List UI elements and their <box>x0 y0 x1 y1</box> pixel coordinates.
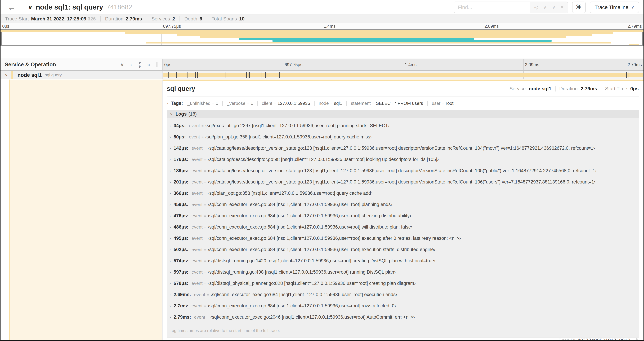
log-entry[interactable]: ›2.69ms:event=‹sql/conn_executor_exec.go… <box>167 292 639 297</box>
locate-icon[interactable]: ◎ <box>534 5 538 10</box>
logs-header[interactable]: ∨ Logs (18) <box>167 110 639 118</box>
equals-icon: = <box>204 281 206 286</box>
log-field-value: ‹sql/distsql_running.go:498 [nsql1,clien… <box>208 270 396 274</box>
trace-stat-suffix: .326 <box>86 16 96 22</box>
equals-icon: = <box>372 102 374 106</box>
log-entry[interactable]: ›366μs:event=‹sql/plan_opt.go:358 [nsql1… <box>167 191 639 196</box>
log-entry[interactable]: ›486μs:event=‹sql/conn_executor_exec.go:… <box>167 225 639 230</box>
app-header: ← ∨ node sql1: sql query 7418682 ◎ ∧ ∨ ×… <box>0 0 644 15</box>
log-timestamp: 189μs: <box>174 168 188 173</box>
collapse-one-icon[interactable]: ∨ <box>120 62 124 67</box>
tags-accordion[interactable]: › Tags: _unfinished=1_verbose=1client=12… <box>167 101 639 106</box>
minimap-right-handle[interactable] <box>642 30 644 45</box>
log-entry[interactable]: ›34μs:event=‹sql/exec_util.go:2297 [nsql… <box>167 123 639 128</box>
tag-value: 127.0.0.1:59936 <box>278 101 310 106</box>
timeline-tick-label: 697.75μs <box>161 24 181 29</box>
collapse-all-icon[interactable]: ∨∨ <box>138 61 141 69</box>
log-entry[interactable]: ›80μs:event=‹sql/plan_opt.go:358 [nsql1,… <box>167 135 639 140</box>
find-input[interactable] <box>454 2 530 13</box>
log-timestamp: 597μs: <box>174 270 188 274</box>
minimap-span <box>146 42 611 44</box>
equals-icon: = <box>212 102 214 106</box>
log-entry[interactable]: ›176μs:event=‹sql/catalog/descs/descript… <box>167 157 639 162</box>
timeline-tick-label: 0μs <box>0 24 9 29</box>
log-entry[interactable]: ›476μs:event=‹sql/conn_executor_exec.go:… <box>167 213 639 218</box>
log-marker <box>266 72 266 78</box>
tag-value: 1 <box>216 101 218 106</box>
trace-stat-label: Trace Start <box>5 16 29 22</box>
log-entry[interactable]: ›201μs:event=‹sql/catalog/lease/descript… <box>167 180 639 185</box>
log-timestamp: 502μs: <box>174 247 188 252</box>
log-entry[interactable]: ›459μs:event=‹sql/conn_executor_exec.go:… <box>167 202 639 207</box>
expand-all-icon[interactable]: » <box>147 62 150 67</box>
log-field-key: event <box>192 202 202 207</box>
log-marker <box>195 72 196 78</box>
column-resize-handle[interactable] <box>156 62 158 67</box>
equals-icon: = <box>204 180 206 185</box>
equals-icon: = <box>207 292 209 297</box>
log-entry[interactable]: ›2.79ms:event=‹sql/conn_executor_exec.go… <box>167 315 639 320</box>
divider <box>100 16 100 22</box>
view-selector-button[interactable]: Trace Timeline ∨ <box>590 2 639 13</box>
span-id-value: 4877749850101760812 <box>578 337 630 341</box>
span-duration-bar[interactable] <box>164 73 643 77</box>
timeline-tick-label: 2.09ms <box>523 62 539 67</box>
tag: statement=SELECT * FROM users <box>351 101 423 106</box>
prev-match-icon[interactable]: ∧ <box>544 5 547 10</box>
log-marker <box>193 72 193 78</box>
log-field-value: ‹sql/catalog/descs/descriptor.go:98 [nsq… <box>208 157 439 162</box>
log-entry[interactable]: ›189μs:event=‹sql/catalog/lease/descript… <box>167 168 639 173</box>
log-timestamp: 142μs: <box>174 146 188 151</box>
trace-stat: Total Spans10 <box>212 16 244 22</box>
trace-stat-value: 6 <box>200 16 202 22</box>
log-field-key: event <box>192 303 202 308</box>
log-field-key: event <box>192 281 202 286</box>
keyboard-shortcuts-button[interactable]: ⌘ <box>572 2 586 13</box>
span-row: ∨ node sql1 sql query <box>0 71 644 79</box>
span-timeline-cell[interactable] <box>162 71 644 79</box>
log-field-key: event <box>192 180 202 184</box>
log-entry[interactable]: ›597μs:event=‹sql/distsql_running.go:498… <box>167 270 639 275</box>
clear-find-icon[interactable]: × <box>561 5 564 10</box>
link-icon[interactable] <box>634 338 639 341</box>
trace-stat-label: Total Spans <box>212 16 237 22</box>
trace-stat-value: 10 <box>239 16 244 22</box>
equals-icon: = <box>204 225 206 230</box>
collapse-trace-icon[interactable]: ∨ <box>28 4 33 11</box>
log-entry[interactable]: ›142μs:event=‹sql/catalog/lease/descript… <box>167 146 639 151</box>
trace-stat: Depth6 <box>184 16 202 22</box>
log-entry[interactable]: ›2.7ms:event=‹sql/conn_executor_exec.go:… <box>167 303 639 308</box>
back-button[interactable]: ← <box>0 0 23 15</box>
chevron-right-icon: › <box>170 146 171 151</box>
log-timestamp: 459μs: <box>174 202 188 207</box>
log-field-value: ‹sql/conn_executor_exec.go:684 [nsql1,cl… <box>208 236 461 241</box>
divider <box>207 16 207 22</box>
equals-icon: = <box>204 169 206 173</box>
log-timestamp: 678μs: <box>174 281 188 286</box>
detail-info-value: 0μs <box>630 86 639 92</box>
log-timestamp: 366μs: <box>174 191 188 196</box>
log-field-value: ‹sql/conn_executor_exec.go:684 [nsql1,cl… <box>208 202 392 207</box>
log-entry[interactable]: ›574μs:event=‹sql/distsql_running.go:142… <box>167 258 639 263</box>
logs-count: (18) <box>188 111 197 117</box>
equals-icon: = <box>204 157 206 162</box>
equals-icon: = <box>204 191 206 196</box>
log-timestamp: 176μs: <box>174 157 188 162</box>
span-collapse-icon[interactable]: ∨ <box>5 72 8 78</box>
minimap-left-handle[interactable] <box>0 30 2 45</box>
log-field-key: event <box>192 213 202 218</box>
log-entry[interactable]: ›678μs:event=‹sql/distsql_physical_plann… <box>167 281 639 286</box>
minimap-canvas[interactable] <box>0 29 644 46</box>
span-name-cell[interactable]: ∨ node sql1 sql query <box>0 71 162 79</box>
divider <box>427 101 428 106</box>
expand-one-icon[interactable]: › <box>130 62 132 67</box>
trace-stat: Services2 <box>152 16 175 22</box>
log-entry[interactable]: ›502μs:event=‹sql/conn_executor_exec.go:… <box>167 247 639 252</box>
span-detail-footer: SpanID: 4877749850101760812 <box>167 337 639 341</box>
log-entry[interactable]: ›495μs:event=‹sql/conn_executor_exec.go:… <box>167 236 639 241</box>
next-match-icon[interactable]: ∨ <box>552 5 556 10</box>
divider <box>180 16 180 22</box>
equals-icon: = <box>204 259 206 263</box>
log-marker <box>244 72 245 78</box>
log-marker <box>168 72 169 78</box>
